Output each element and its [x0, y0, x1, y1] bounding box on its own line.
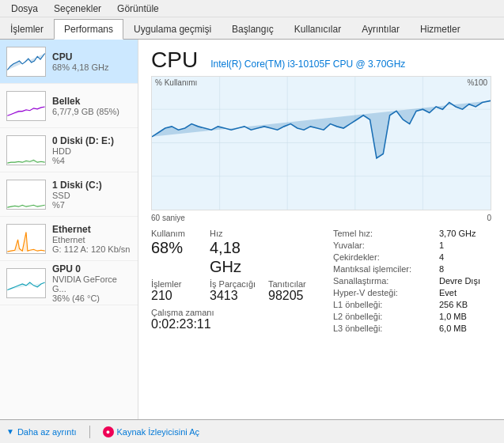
detail-subtitle: Intel(R) Core(TM) i3-10105F CPU @ 3.70GH…: [210, 59, 405, 70]
menu-dosya[interactable]: Dosya: [6, 2, 43, 16]
handles-label: Tanıtıcılar: [268, 279, 320, 289]
open-monitor-label: Kaynak İzleyicisini Aç: [117, 427, 200, 437]
l3-val: 6,0 MB: [439, 324, 467, 333]
sidebar-item-bellek[interactable]: Bellek 6,7/7,9 GB (85%): [0, 84, 138, 128]
main-content: CPU 68% 4,18 GHz Bellek 6,7/7,9 GB (85%): [0, 40, 504, 419]
tab-ayrintilar[interactable]: Ayrıntılar: [351, 18, 410, 39]
tab-kullanicilar[interactable]: Kullanıcılar: [284, 18, 351, 39]
tab-performans[interactable]: Performans: [54, 19, 123, 40]
detail-title: CPU: [151, 47, 198, 73]
bellek-title: Bellek: [52, 96, 131, 107]
virt-row: Sanallaştırma: Devre Dışı: [333, 276, 491, 286]
disk1-thumb: [6, 180, 46, 210]
sidebar-item-disk0[interactable]: 0 Diski (D: E:) HDD %4: [0, 128, 138, 172]
detail-header: CPU Intel(R) Core(TM) i3-10105F CPU @ 3.…: [151, 47, 491, 73]
sidebar-item-gpu0[interactable]: GPU 0 NVIDIA GeForce G... 36% (46 °C): [0, 261, 138, 305]
menu-goruntule[interactable]: Görüntüle: [112, 2, 164, 16]
cpu-info: CPU 68% 4,18 GHz: [52, 51, 131, 72]
cores-key: Çekirdekler:: [333, 252, 436, 262]
chevron-down-icon: ▼: [6, 427, 14, 436]
l3-row: L3 önbelleği: 6,0 MB: [333, 324, 491, 333]
sockets-row: Yuvalar: 1: [333, 240, 491, 250]
disk0-thumb: [6, 135, 46, 165]
virt-val: Devre Dışı: [439, 276, 480, 286]
cores-row: Çekirdekler: 4: [333, 252, 491, 262]
bellek-stat: 6,7/7,9 GB (85%): [52, 107, 131, 116]
chart-100-label: %100: [467, 78, 487, 87]
usage-block: Kullanım 68%: [151, 229, 203, 276]
disk1-stat: %7: [52, 200, 131, 210]
processes-block: İşlemler 210: [151, 279, 203, 303]
hz-label: Hız: [210, 229, 262, 238]
disk1-title: 1 Diski (C:): [52, 180, 131, 191]
virt-key: Sanallaştırma:: [333, 276, 436, 286]
handles-value: 98205: [268, 289, 320, 303]
gpu0-name: NVIDIA GeForce G...: [52, 275, 131, 293]
base-speed-val: 3,70 GHz: [439, 229, 476, 238]
tab-baslangic[interactable]: Başlangıç: [222, 18, 284, 39]
sidebar-item-cpu[interactable]: CPU 68% 4,18 GHz: [0, 40, 138, 84]
disk0-title: 0 Diski (D: E:): [52, 135, 131, 146]
l2-key: L2 önbelleği:: [333, 312, 436, 321]
disk1-info: 1 Diski (C:) SSD %7: [52, 180, 131, 210]
chart-label-right: 0: [487, 214, 491, 222]
gpu0-title: GPU 0: [52, 263, 131, 275]
usage-value: 68%: [151, 238, 203, 257]
l1-val: 256 KB: [439, 300, 468, 309]
tab-islemler[interactable]: İşlemler: [0, 18, 54, 39]
sidebar: CPU 68% 4,18 GHz Bellek 6,7/7,9 GB (85%): [0, 40, 138, 419]
l1-row: L1 önbelleği: 256 KB: [333, 300, 491, 309]
detail-panel: CPU Intel(R) Core(TM) i3-10105F CPU @ 3.…: [138, 40, 504, 419]
ethernet-stat: G: 112 A: 120 Kb/sn: [52, 244, 131, 254]
l1-key: L1 önbelleği:: [333, 300, 436, 309]
tabs-row: İşlemler Performans Uygulama geçmişi Baş…: [0, 17, 504, 40]
stats-left: Kullanım 68% Hız 4,18 GHz İşlemler 210 İ…: [151, 229, 320, 333]
l2-row: L2 önbelleği: 1,0 MB: [333, 312, 491, 321]
sidebar-item-ethernet[interactable]: Ethernet Ethernet G: 112 A: 120 Kb/sn: [0, 217, 138, 261]
sockets-val: 1: [439, 240, 444, 250]
l2-val: 1,0 MB: [439, 312, 467, 321]
gpu0-stat: 36% (46 °C): [52, 293, 131, 303]
hyper-key: Hyper-V desteği:: [333, 288, 436, 297]
hz-block: Hız 4,18 GHz: [210, 229, 262, 276]
cores-val: 4: [439, 252, 444, 262]
threads-value: 3413: [210, 289, 262, 303]
gpu0-info: GPU 0 NVIDIA GeForce G... 36% (46 °C): [52, 263, 131, 303]
cpu-thumb: [6, 47, 46, 77]
tab-hizmetler[interactable]: Hizmetler: [410, 18, 471, 39]
cpu-stat: 68% 4,18 GHz: [52, 62, 131, 72]
ethernet-info: Ethernet Ethernet G: 112 A: 120 Kb/sn: [52, 224, 131, 254]
chart-y-label: % Kullanımı: [155, 78, 197, 87]
less-detail-link[interactable]: ▼ Daha az ayrıntı: [6, 427, 77, 437]
chart-svg: [152, 77, 491, 210]
uptime-block: Çalışma zamanı 0:02:23:11: [151, 308, 320, 331]
sidebar-item-disk1[interactable]: 1 Diski (C:) SSD %7: [0, 172, 138, 217]
right-info: Temel hız: 3,70 GHz Yuvalar: 1 Çekirdekl…: [333, 229, 491, 333]
ethernet-type: Ethernet: [52, 235, 131, 244]
processes-value: 210: [151, 289, 203, 303]
uptime-label: Çalışma zamanı: [151, 308, 320, 317]
threads-block: İş Parçacığı 3413: [210, 279, 262, 303]
disk1-type: SSD: [52, 191, 131, 200]
hyper-val: Evet: [439, 288, 457, 297]
bottom-bar: ▼ Daha az ayrıntı ● Kaynak İzleyicisini …: [0, 419, 504, 443]
disk0-info: 0 Diski (D: E:) HDD %4: [52, 135, 131, 165]
sockets-key: Yuvalar:: [333, 240, 436, 250]
handles-block: Tanıtıcılar 98205: [268, 279, 320, 303]
logical-val: 8: [439, 264, 444, 274]
disk0-type: HDD: [52, 146, 131, 156]
menu-secenekler[interactable]: Seçenekler: [49, 2, 106, 16]
hyper-row: Hyper-V desteği: Evet: [333, 288, 491, 297]
l3-key: L3 önbelleği:: [333, 324, 436, 333]
bellek-info: Bellek 6,7/7,9 GB (85%): [52, 96, 131, 116]
cpu-title: CPU: [52, 51, 131, 62]
menubar: Dosya Seçenekler Görüntüle: [0, 0, 504, 17]
tab-uygulama-gecmisi[interactable]: Uygulama geçmişi: [123, 18, 222, 39]
processes-label: İşlemler: [151, 279, 203, 289]
stats-row: Kullanım 68% Hız 4,18 GHz İşlemler 210 İ…: [151, 229, 491, 333]
monitor-icon: ●: [103, 426, 114, 437]
gpu0-thumb: [6, 268, 46, 298]
open-monitor-link[interactable]: ● Kaynak İzleyicisini Aç: [103, 426, 200, 437]
logical-key: Mantıksal işlemciler:: [333, 264, 436, 274]
chart-bottom-labels: 60 saniye 0: [151, 214, 491, 222]
